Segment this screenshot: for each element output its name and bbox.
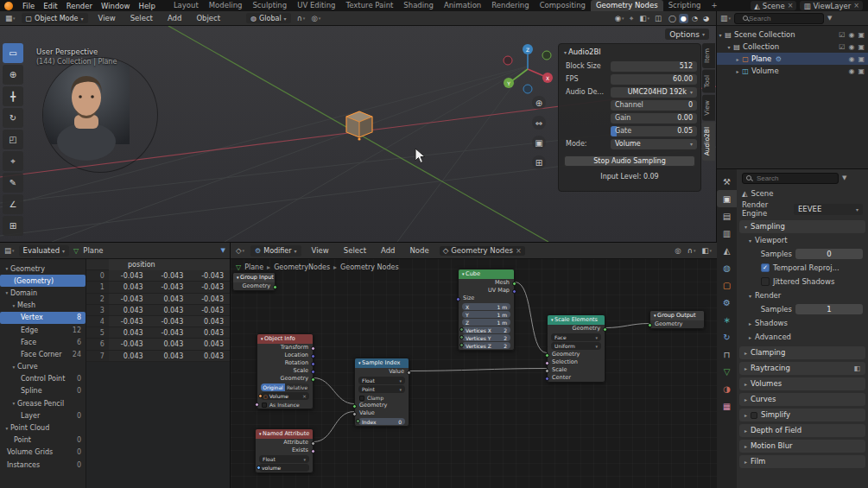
tab-output[interactable]: ▤ <box>717 207 737 225</box>
workspace-tab-geometry-nodes[interactable]: Geometry Nodes <box>591 0 663 11</box>
menu-edit[interactable]: Edit <box>39 2 61 10</box>
workspace-tab-uv-editing[interactable]: UV Editing <box>292 0 340 11</box>
viewport-3d[interactable]: ▦ ▢Object Mode View Select Add Object ◍G… <box>0 11 717 242</box>
tree-vertex[interactable]: Vertex8 <box>0 312 86 324</box>
panel-film[interactable]: ▸Film <box>739 455 865 468</box>
socket-mesh-out[interactable] <box>512 282 516 286</box>
toggle-ortho-icon[interactable]: ⊞ <box>532 155 546 169</box>
tab-view-layer[interactable]: ▥ <box>717 225 737 242</box>
workspace-tab-rendering[interactable]: Rendering <box>486 0 534 11</box>
panel-title[interactable]: Audio2Bl <box>564 48 697 56</box>
tool-cursor[interactable]: ⊕ <box>3 65 23 85</box>
workspace-tab-scripting[interactable]: Scripting <box>663 0 706 11</box>
table-row[interactable]: 10.043-0.043-0.043 <box>86 282 230 293</box>
jittered-shadows-checkbox[interactable] <box>761 277 770 286</box>
node-cube[interactable]: Cube Mesh UV Map Size X1 m Y1 m Z1 m Ver… <box>458 269 515 351</box>
tab-texture[interactable]: ▦ <box>717 397 737 415</box>
scene-clear-icon[interactable]: × <box>788 2 794 10</box>
tree-spline[interactable]: Spline0 <box>0 385 86 397</box>
table-row[interactable]: 0-0.043-0.043-0.043 <box>86 270 230 282</box>
socket-scale-in[interactable] <box>545 369 549 373</box>
visibility-dropdown[interactable]: ◉ <box>615 14 624 22</box>
workspace-tab-shading[interactable]: Shading <box>398 0 439 11</box>
node-title[interactable]: Named Attribute <box>256 429 313 439</box>
socket-attribute-out[interactable] <box>311 441 315 446</box>
gain-slider[interactable]: Gain0.00 <box>611 113 697 124</box>
node-menu-add[interactable]: Add <box>377 246 399 255</box>
sidebar-tab-audio2bl[interactable]: Audio2Bl <box>702 122 715 161</box>
socket-geometry-out[interactable] <box>603 327 607 332</box>
unlink-node-tree-icon[interactable]: × <box>516 247 522 255</box>
table-row[interactable]: 2-0.0430.043-0.043 <box>86 294 230 305</box>
outliner-filter-icon[interactable]: ▼ <box>827 15 832 22</box>
simplify-checkbox[interactable] <box>751 412 757 419</box>
socket-vertices-y-in[interactable] <box>459 335 464 339</box>
tool-add-cube[interactable]: ⊞ <box>3 216 23 236</box>
fps-field[interactable]: 60.00 <box>611 74 697 85</box>
viewport-menu-add[interactable]: Add <box>163 14 186 22</box>
tab-modifiers[interactable]: ⚙ <box>717 294 737 311</box>
node-title[interactable]: Cube <box>459 269 514 279</box>
vertices-x-field[interactable]: Vertices X2 <box>462 326 510 333</box>
tab-world[interactable]: ◍ <box>717 259 737 276</box>
size-z-field[interactable]: Z1 m <box>462 319 510 326</box>
socket-as-instance-in[interactable] <box>255 402 259 407</box>
panel-sampling[interactable]: ▾Sampling <box>739 220 865 233</box>
tree-curve[interactable]: ▾Curve <box>0 361 86 373</box>
column-header-position[interactable]: position <box>109 259 155 270</box>
pan-hand-icon[interactable]: ⇔ <box>532 116 546 130</box>
tab-tool[interactable]: ⚒ <box>717 173 737 190</box>
tree-geometry[interactable]: ▾Geometry <box>0 263 86 275</box>
panel-curves[interactable]: ▸Curves <box>739 393 865 406</box>
table-row[interactable]: 30.0430.043-0.043 <box>86 305 230 316</box>
tab-render[interactable]: ▣ <box>717 190 737 207</box>
panel-motion-blur[interactable]: ▸Motion Blur <box>739 440 865 453</box>
shading-wireframe-icon[interactable]: ◯ <box>668 14 677 23</box>
spreadsheet-filter-icon[interactable]: ▼ <box>221 247 225 254</box>
node-sample-index[interactable]: Sample Index Value Float Point Clamp Geo… <box>354 358 409 427</box>
panel-raytracing[interactable]: ▸Raytracing◧ <box>739 362 865 375</box>
tree-face-corner[interactable]: Face Corner24 <box>0 348 86 360</box>
node-title[interactable]: Group Output <box>650 311 704 320</box>
panel-sampling-viewport[interactable]: ▾Viewport <box>737 233 868 247</box>
node-title[interactable]: Scale Elements <box>548 315 605 325</box>
channel-slider[interactable]: Channel0 <box>611 100 697 111</box>
node-title[interactable]: Group Input <box>233 273 275 282</box>
tree-face[interactable]: Face6 <box>0 336 86 348</box>
panel-advanced[interactable]: ▸Advanced <box>737 330 868 344</box>
tree-instances[interactable]: Instances0 <box>0 459 86 471</box>
table-row[interactable]: 70.0430.0430.043 <box>86 351 230 362</box>
panel-clamping[interactable]: ▸Clamping <box>739 346 865 359</box>
tree-volume-grids[interactable]: Volume Grids0 <box>0 447 86 459</box>
tree-domain[interactable]: ▾Domain <box>0 287 86 299</box>
hide-eye-icon[interactable]: ◉ <box>848 67 854 75</box>
snapping-button[interactable]: ∩ <box>297 14 306 22</box>
attribute-type-dropdown[interactable]: Float <box>259 455 309 463</box>
size-y-field[interactable]: Y1 m <box>462 311 510 318</box>
active-scene-selector[interactable]: ◭ Scene × <box>751 1 796 10</box>
socket-object-in[interactable] <box>258 394 263 398</box>
node-scale-elements[interactable]: Scale Elements Geometry Face Uniform Geo… <box>547 314 605 383</box>
temporal-reprojection-checkbox[interactable]: ✓ <box>761 263 770 272</box>
node-canvas[interactable]: ▽ Plane ▸ GeometryNodes ▸ Geometry Nodes… <box>231 243 717 488</box>
panel-simplify[interactable]: ▸Simplify <box>739 409 865 421</box>
size-x-field[interactable]: X1 m <box>462 303 510 310</box>
tree-layer[interactable]: Layer0 <box>0 409 86 421</box>
tree-point[interactable]: Point0 <box>0 434 86 447</box>
pin-icon[interactable]: ◎ <box>675 246 681 255</box>
disable-render-icon[interactable]: ▣ <box>858 55 865 63</box>
show-gizmo-button[interactable]: ⌖ <box>630 14 635 23</box>
menu-help[interactable]: Help <box>134 2 159 10</box>
socket-transform-out[interactable] <box>311 346 315 351</box>
dataset-dropdown[interactable]: Evaluated <box>19 245 70 257</box>
viewport-menu-object[interactable]: Object <box>192 14 225 22</box>
tree-type-dropdown[interactable]: ⚙Modifier <box>250 245 301 257</box>
audio-device-dropdown[interactable]: UMC204HD 192k <box>611 87 697 98</box>
mode-dropdown-audio[interactable]: Volume <box>611 139 697 149</box>
tab-object[interactable]: ▢ <box>717 276 737 294</box>
navigation-gizmo[interactable]: X Y Z <box>497 39 558 99</box>
workspace-tab-compositing[interactable]: Compositing <box>535 0 591 11</box>
workspace-tab-animation[interactable]: Animation <box>439 0 486 11</box>
socket-name-in[interactable] <box>257 466 261 470</box>
table-row[interactable]: 50.043-0.0430.043 <box>86 327 230 339</box>
